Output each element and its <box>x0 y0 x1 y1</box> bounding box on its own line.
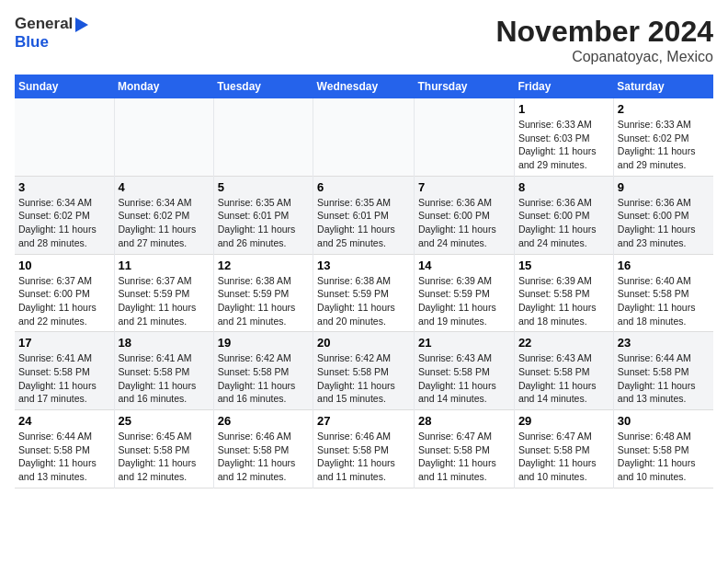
day-number: 20 <box>317 336 410 350</box>
calendar-cell: 14Sunrise: 6:39 AMSunset: 5:59 PMDayligh… <box>415 254 515 332</box>
day-number: 17 <box>18 336 110 350</box>
calendar-cell: 7Sunrise: 6:36 AMSunset: 6:00 PMDaylight… <box>415 176 515 254</box>
calendar-cell <box>313 98 415 176</box>
calendar-cell: 30Sunrise: 6:48 AMSunset: 5:58 PMDayligh… <box>613 410 713 488</box>
page-subtitle: Copanatoyac, Mexico <box>495 49 713 65</box>
day-info: Sunrise: 6:41 AMSunset: 5:58 PMDaylight:… <box>119 351 210 406</box>
calendar-cell: 29Sunrise: 6:47 AMSunset: 5:58 PMDayligh… <box>514 410 613 488</box>
calendar-cell: 6Sunrise: 6:35 AMSunset: 6:01 PMDaylight… <box>313 176 415 254</box>
calendar-cell: 24Sunrise: 6:44 AMSunset: 5:58 PMDayligh… <box>15 410 114 488</box>
calendar-cell: 18Sunrise: 6:41 AMSunset: 5:58 PMDayligh… <box>114 332 213 410</box>
calendar-cell: 20Sunrise: 6:42 AMSunset: 5:58 PMDayligh… <box>313 332 415 410</box>
calendar-cell: 15Sunrise: 6:39 AMSunset: 5:58 PMDayligh… <box>514 254 613 332</box>
calendar-cell: 25Sunrise: 6:45 AMSunset: 5:58 PMDayligh… <box>114 410 213 488</box>
calendar-cell: 23Sunrise: 6:44 AMSunset: 5:58 PMDayligh… <box>613 332 713 410</box>
day-number: 15 <box>518 259 609 272</box>
calendar-cell <box>114 98 213 176</box>
calendar-cell <box>15 98 114 176</box>
title-block: November 2024 Copanatoyac, Mexico <box>495 15 713 65</box>
day-info: Sunrise: 6:46 AMSunset: 5:58 PMDaylight:… <box>218 430 309 484</box>
calendar-week-row: 1Sunrise: 6:33 AMSunset: 6:03 PMDaylight… <box>15 98 713 176</box>
day-info: Sunrise: 6:38 AMSunset: 5:59 PMDaylight:… <box>317 274 410 328</box>
calendar-cell: 3Sunrise: 6:34 AMSunset: 6:02 PMDaylight… <box>15 176 114 254</box>
day-info: Sunrise: 6:37 AMSunset: 6:00 PMDaylight:… <box>18 274 110 328</box>
header-friday: Friday <box>514 75 613 98</box>
day-info: Sunrise: 6:40 AMSunset: 5:58 PMDaylight:… <box>618 274 710 328</box>
day-info: Sunrise: 6:39 AMSunset: 5:59 PMDaylight:… <box>418 274 510 328</box>
day-number: 28 <box>418 414 510 428</box>
calendar-cell: 21Sunrise: 6:43 AMSunset: 5:58 PMDayligh… <box>415 332 515 410</box>
day-info: Sunrise: 6:36 AMSunset: 6:00 PMDaylight:… <box>618 196 710 250</box>
day-number: 1 <box>518 102 609 116</box>
calendar-cell: 28Sunrise: 6:47 AMSunset: 5:58 PMDayligh… <box>415 410 515 488</box>
day-number: 6 <box>317 180 410 194</box>
calendar-cell: 16Sunrise: 6:40 AMSunset: 5:58 PMDayligh… <box>613 254 713 332</box>
day-number: 21 <box>418 336 510 350</box>
day-number: 23 <box>618 336 710 350</box>
day-number: 18 <box>119 336 210 350</box>
logo: General Blue <box>15 15 88 52</box>
calendar-cell: 9Sunrise: 6:36 AMSunset: 6:00 PMDaylight… <box>613 176 713 254</box>
day-info: Sunrise: 6:38 AMSunset: 5:59 PMDaylight:… <box>218 274 309 328</box>
day-info: Sunrise: 6:44 AMSunset: 5:58 PMDaylight:… <box>618 351 710 406</box>
day-info: Sunrise: 6:47 AMSunset: 5:58 PMDaylight:… <box>518 430 609 484</box>
day-number: 9 <box>618 180 710 194</box>
calendar-cell: 22Sunrise: 6:43 AMSunset: 5:58 PMDayligh… <box>514 332 613 410</box>
day-number: 26 <box>218 414 309 428</box>
day-number: 30 <box>618 414 710 428</box>
day-number: 10 <box>18 259 110 272</box>
calendar-table: SundayMondayTuesdayWednesdayThursdayFrid… <box>15 75 713 488</box>
header-thursday: Thursday <box>415 75 515 98</box>
day-number: 19 <box>218 336 309 350</box>
day-info: Sunrise: 6:47 AMSunset: 5:58 PMDaylight:… <box>418 430 510 484</box>
calendar-cell: 27Sunrise: 6:46 AMSunset: 5:58 PMDayligh… <box>313 410 415 488</box>
day-number: 5 <box>218 180 309 194</box>
day-info: Sunrise: 6:36 AMSunset: 6:00 PMDaylight:… <box>418 196 510 250</box>
calendar-week-row: 3Sunrise: 6:34 AMSunset: 6:02 PMDaylight… <box>15 176 713 254</box>
day-info: Sunrise: 6:34 AMSunset: 6:02 PMDaylight:… <box>119 196 210 250</box>
header-saturday: Saturday <box>613 75 713 98</box>
calendar-header-row: SundayMondayTuesdayWednesdayThursdayFrid… <box>15 75 713 98</box>
day-number: 25 <box>119 414 210 428</box>
logo-general: General <box>15 15 73 33</box>
day-number: 12 <box>218 259 309 272</box>
calendar-cell: 11Sunrise: 6:37 AMSunset: 5:59 PMDayligh… <box>114 254 213 332</box>
day-info: Sunrise: 6:33 AMSunset: 6:02 PMDaylight:… <box>618 118 710 172</box>
calendar-week-row: 24Sunrise: 6:44 AMSunset: 5:58 PMDayligh… <box>15 410 713 488</box>
day-number: 16 <box>618 259 710 272</box>
day-number: 8 <box>518 180 609 194</box>
day-number: 29 <box>518 414 609 428</box>
day-info: Sunrise: 6:45 AMSunset: 5:58 PMDaylight:… <box>119 430 210 484</box>
day-info: Sunrise: 6:35 AMSunset: 6:01 PMDaylight:… <box>218 196 309 250</box>
day-info: Sunrise: 6:35 AMSunset: 6:01 PMDaylight:… <box>317 196 410 250</box>
day-number: 14 <box>418 259 510 272</box>
day-info: Sunrise: 6:36 AMSunset: 6:00 PMDaylight:… <box>518 196 609 250</box>
calendar-cell: 19Sunrise: 6:42 AMSunset: 5:58 PMDayligh… <box>213 332 313 410</box>
day-number: 27 <box>317 414 410 428</box>
calendar-cell: 4Sunrise: 6:34 AMSunset: 6:02 PMDaylight… <box>114 176 213 254</box>
calendar-cell: 2Sunrise: 6:33 AMSunset: 6:02 PMDaylight… <box>613 98 713 176</box>
day-number: 13 <box>317 259 410 272</box>
header-wednesday: Wednesday <box>313 75 415 98</box>
calendar-cell: 8Sunrise: 6:36 AMSunset: 6:00 PMDaylight… <box>514 176 613 254</box>
day-number: 11 <box>119 259 210 272</box>
day-number: 4 <box>119 180 210 194</box>
day-number: 24 <box>18 414 110 428</box>
day-info: Sunrise: 6:33 AMSunset: 6:03 PMDaylight:… <box>518 118 609 172</box>
header-sunday: Sunday <box>15 75 114 98</box>
day-info: Sunrise: 6:43 AMSunset: 5:58 PMDaylight:… <box>418 351 510 406</box>
calendar-cell: 10Sunrise: 6:37 AMSunset: 6:00 PMDayligh… <box>15 254 114 332</box>
day-info: Sunrise: 6:42 AMSunset: 5:58 PMDaylight:… <box>317 351 410 406</box>
day-info: Sunrise: 6:46 AMSunset: 5:58 PMDaylight:… <box>317 430 410 484</box>
page-header: General Blue November 2024 Copanatoyac, … <box>15 15 713 65</box>
day-info: Sunrise: 6:39 AMSunset: 5:58 PMDaylight:… <box>518 274 609 328</box>
day-info: Sunrise: 6:41 AMSunset: 5:58 PMDaylight:… <box>18 351 110 406</box>
calendar-cell: 26Sunrise: 6:46 AMSunset: 5:58 PMDayligh… <box>213 410 313 488</box>
calendar-week-row: 17Sunrise: 6:41 AMSunset: 5:58 PMDayligh… <box>15 332 713 410</box>
day-number: 7 <box>418 180 510 194</box>
day-info: Sunrise: 6:48 AMSunset: 5:58 PMDaylight:… <box>618 430 710 484</box>
calendar-cell: 5Sunrise: 6:35 AMSunset: 6:01 PMDaylight… <box>213 176 313 254</box>
day-number: 3 <box>18 180 110 194</box>
calendar-week-row: 10Sunrise: 6:37 AMSunset: 6:00 PMDayligh… <box>15 254 713 332</box>
day-number: 22 <box>518 336 609 350</box>
